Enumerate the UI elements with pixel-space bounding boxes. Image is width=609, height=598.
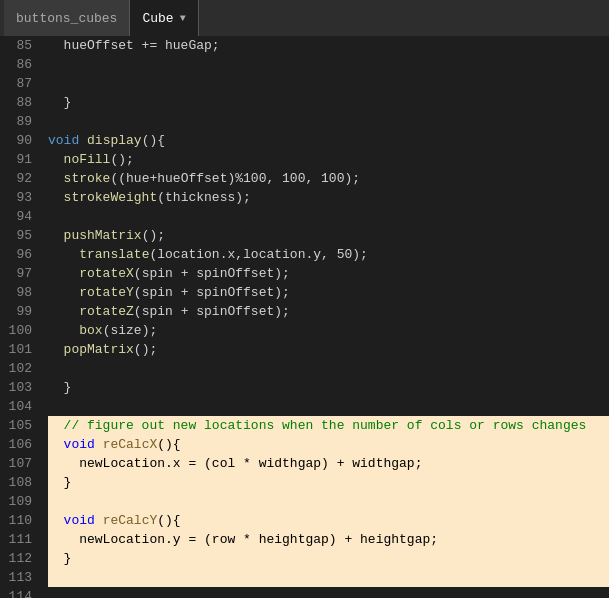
- line-number: 99: [0, 302, 32, 321]
- token: ((hue+hueOffset)%100, 100, 100);: [110, 171, 360, 186]
- code-line: [48, 492, 609, 511]
- tab-cube[interactable]: Cube ▼: [130, 0, 198, 36]
- token: [48, 228, 64, 243]
- token: (){: [157, 513, 180, 528]
- token: void: [48, 437, 95, 452]
- token: rotateX: [79, 266, 134, 281]
- token: reCalcY: [103, 513, 158, 528]
- code-line: [48, 207, 609, 226]
- line-number: 98: [0, 283, 32, 302]
- token: [48, 171, 64, 186]
- token: }: [48, 551, 71, 566]
- line-number: 96: [0, 245, 32, 264]
- line-number: 102: [0, 359, 32, 378]
- line-number: 89: [0, 112, 32, 131]
- token: strokeWeight: [64, 190, 158, 205]
- token: box: [79, 323, 102, 338]
- token: popMatrix: [64, 342, 134, 357]
- code-line: popMatrix();: [48, 340, 609, 359]
- line-number: 92: [0, 169, 32, 188]
- line-number: 91: [0, 150, 32, 169]
- token: newLocation.y = (row * heightgap) + heig…: [48, 532, 438, 547]
- token: (thickness);: [157, 190, 251, 205]
- token: rotateY: [79, 285, 134, 300]
- line-number: 106: [0, 435, 32, 454]
- token: }: [48, 380, 71, 395]
- code-line: [48, 397, 609, 416]
- tab-buttons-cubes-label: buttons_cubes: [16, 11, 117, 26]
- token: stroke: [64, 171, 111, 186]
- token: (size);: [103, 323, 158, 338]
- token: [48, 342, 64, 357]
- token: (spin + spinOffset);: [134, 285, 290, 300]
- code-line: }: [48, 549, 609, 568]
- code-line: newLocation.y = (row * heightgap) + heig…: [48, 530, 609, 549]
- line-number: 100: [0, 321, 32, 340]
- code-line: hueOffset += hueGap;: [48, 36, 609, 55]
- code-line: [48, 112, 609, 131]
- code-line: [48, 568, 609, 587]
- token: display: [87, 133, 142, 148]
- token: }: [48, 475, 71, 490]
- line-number: 94: [0, 207, 32, 226]
- token: [95, 513, 103, 528]
- code-line: [48, 587, 609, 598]
- line-number: 90: [0, 131, 32, 150]
- token: (){: [142, 133, 165, 148]
- code-line: [48, 359, 609, 378]
- code-line: void reCalcY(){: [48, 511, 609, 530]
- tab-buttons-cubes[interactable]: buttons_cubes: [4, 0, 130, 36]
- code-line: newLocation.x = (col * widthgap) + width…: [48, 454, 609, 473]
- code-line: void reCalcX(){: [48, 435, 609, 454]
- code-line: }: [48, 378, 609, 397]
- token: }: [48, 95, 71, 110]
- line-number: 108: [0, 473, 32, 492]
- line-number: 104: [0, 397, 32, 416]
- token: ();: [142, 228, 165, 243]
- code-line: pushMatrix();: [48, 226, 609, 245]
- token: newLocation.x = (col * widthgap) + width…: [48, 456, 422, 471]
- token: rotateZ: [79, 304, 134, 319]
- line-number: 88: [0, 93, 32, 112]
- code-line: }: [48, 473, 609, 492]
- code-line: box(size);: [48, 321, 609, 340]
- tab-cube-label: Cube: [142, 11, 173, 26]
- token: translate: [79, 247, 149, 262]
- line-number: 110: [0, 511, 32, 530]
- line-number: 114: [0, 587, 32, 598]
- token: pushMatrix: [64, 228, 142, 243]
- line-number: 86: [0, 55, 32, 74]
- line-number: 107: [0, 454, 32, 473]
- tab-arrow-icon: ▼: [180, 13, 186, 24]
- token: [48, 190, 64, 205]
- code-line: rotateX(spin + spinOffset);: [48, 264, 609, 283]
- token: reCalcX: [103, 437, 158, 452]
- token: void: [48, 133, 79, 148]
- token: [79, 133, 87, 148]
- code-line: void display(){: [48, 131, 609, 150]
- token: [48, 304, 79, 319]
- token: [48, 247, 79, 262]
- line-number: 112: [0, 549, 32, 568]
- code-line: stroke((hue+hueOffset)%100, 100, 100);: [48, 169, 609, 188]
- token: void: [48, 513, 95, 528]
- line-number: 101: [0, 340, 32, 359]
- code-line: [48, 55, 609, 74]
- code-area: hueOffset += hueGap; } void display(){ n…: [40, 36, 609, 598]
- token: noFill: [64, 152, 111, 167]
- token: [48, 266, 79, 281]
- code-line: }: [48, 93, 609, 112]
- token: hueOffset += hueGap;: [48, 38, 220, 53]
- code-line: translate(location.x,location.y, 50);: [48, 245, 609, 264]
- line-number: 111: [0, 530, 32, 549]
- line-number: 93: [0, 188, 32, 207]
- code-line: // figure out new locations when the num…: [48, 416, 609, 435]
- code-line: noFill();: [48, 150, 609, 169]
- token: (location.x,location.y, 50);: [149, 247, 367, 262]
- line-number: 97: [0, 264, 32, 283]
- token: [48, 285, 79, 300]
- line-numbers: 8586878889909192939495969798991001011021…: [0, 36, 40, 598]
- code-line: [48, 74, 609, 93]
- token: (spin + spinOffset);: [134, 304, 290, 319]
- line-number: 85: [0, 36, 32, 55]
